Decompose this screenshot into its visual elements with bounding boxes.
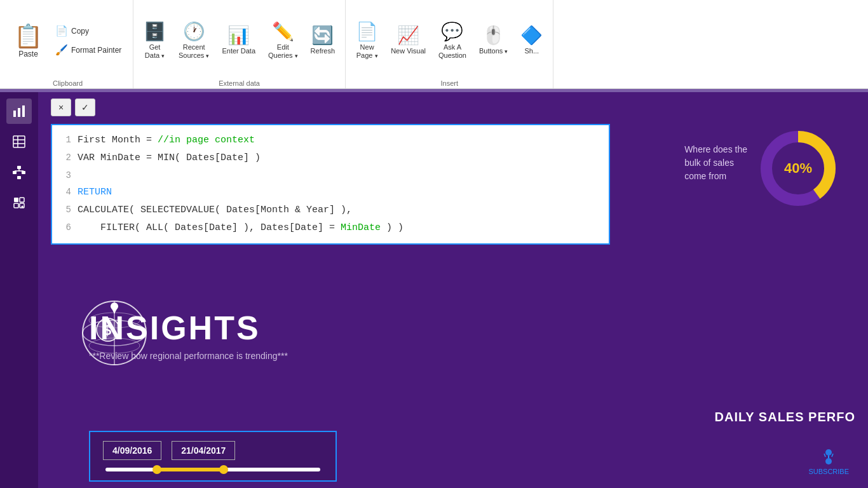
- get-data-icon: 🗄️: [144, 21, 166, 42]
- editor-toolbar: × ✓: [51, 98, 95, 116]
- svg-rect-10: [17, 176, 21, 179]
- date-label-row: 4/09/2016 21/04/2017: [103, 441, 323, 460]
- slider-track[interactable]: [105, 468, 320, 471]
- new-page-icon: 📄: [356, 21, 378, 42]
- format-painter-label: Format Painter: [71, 46, 121, 55]
- clipboard-section: 📋 Paste 📄 Copy 🖌️ Format Painter Clipboa…: [3, 0, 133, 88]
- insert-label: Insert: [440, 77, 458, 87]
- subscribe-button[interactable]: SUBSCRIBE: [808, 447, 849, 475]
- refresh-button[interactable]: 🔄 Refresh: [306, 15, 341, 66]
- code-line-3: 3: [52, 167, 609, 184]
- format-painter-icon: 🖌️: [55, 44, 68, 56]
- paste-icon: 📋: [14, 23, 43, 50]
- subscribe-label: SUBSCRIBE: [808, 468, 849, 475]
- code-line-4: 4 RETURN: [52, 184, 609, 201]
- recent-sources-button[interactable]: 🕐 RecentSources ▾: [173, 15, 214, 66]
- insights-section: INSIGHTS ***Review how regional performa…: [89, 309, 288, 361]
- copy-label: Copy: [71, 27, 89, 36]
- code-line-6: 6 FILTER( ALL( Dates[Date] ), Dates[Date…: [52, 219, 609, 237]
- ribbon: 📋 Paste 📄 Copy 🖌️ Format Painter Clipboa…: [0, 0, 868, 89]
- new-visual-label: New Visual: [391, 47, 426, 55]
- enter-data-icon: 📊: [227, 25, 250, 46]
- new-visual-icon: 📈: [397, 25, 419, 46]
- svg-line-33: [832, 454, 833, 457]
- edit-queries-icon: ✏️: [272, 21, 294, 42]
- get-data-button[interactable]: 🗄️ GetData ▾: [139, 15, 171, 66]
- svg-rect-3: [13, 136, 25, 147]
- editor-confirm-button[interactable]: ✓: [75, 98, 95, 116]
- external-data-label: External data: [219, 77, 260, 87]
- code-line-2: 2 VAR MinDate = MIN( Dates[Date] ): [52, 149, 609, 167]
- donut-percent-label: 40%: [784, 160, 812, 177]
- code-editor[interactable]: 1 First Month = //in page context 2 VAR …: [51, 124, 610, 245]
- subscribe-icon: [819, 447, 838, 466]
- code-line-1: 1 First Month = //in page context: [52, 132, 609, 149]
- recent-sources-icon: 🕐: [183, 21, 205, 42]
- refresh-icon: 🔄: [311, 25, 334, 46]
- editor-close-button[interactable]: ×: [51, 98, 71, 116]
- donut-chart: 40%: [760, 130, 836, 207]
- shapes-button[interactable]: 🔷 Sh...: [515, 15, 548, 66]
- sidebar-item-barchart[interactable]: [6, 98, 32, 124]
- insights-subtitle: ***Review how regional performance is tr…: [89, 351, 288, 361]
- insights-title: INSIGHTS: [89, 309, 288, 347]
- slider-fill: [159, 468, 224, 471]
- format-painter-button[interactable]: 🖌️ Format Painter: [51, 41, 128, 59]
- copy-icon: 📄: [55, 25, 68, 37]
- svg-rect-15: [14, 203, 18, 208]
- paste-label: Paste: [18, 50, 38, 58]
- sidebar-item-table[interactable]: [6, 129, 32, 154]
- ask-question-button[interactable]: 💬 Ask AQuestion: [433, 15, 471, 66]
- code-line-5: 5 CALCULATE( SELECTEDVALUE( Dates[Month …: [52, 201, 609, 219]
- paste-button[interactable]: 📋 Paste: [8, 15, 49, 66]
- insert-section: 📄 NewPage ▾ 📈 New Visual 💬 Ask AQuestion…: [346, 0, 553, 88]
- svg-rect-14: [20, 198, 24, 202]
- buttons-button[interactable]: 🖱️ Buttons ▾: [474, 15, 513, 66]
- date-slider[interactable]: 4/09/2016 21/04/2017: [89, 431, 337, 482]
- date-end-badge: 21/04/2017: [172, 441, 235, 460]
- content-area: × ✓ 1 First Month = //in page context 2 …: [38, 92, 868, 488]
- copy-button[interactable]: 📄 Copy: [51, 22, 128, 40]
- external-data-section: 🗄️ GetData ▾ 🕐 RecentSources ▾ 📊 Enter D…: [133, 0, 346, 88]
- enter-data-button[interactable]: 📊 Enter Data: [217, 15, 261, 66]
- edit-queries-button[interactable]: ✏️ EditQueries ▾: [263, 15, 303, 66]
- bulk-text: Where does the bulk of sales come from: [684, 143, 747, 183]
- svg-line-32: [824, 454, 825, 457]
- refresh-label: Refresh: [311, 47, 336, 55]
- shapes-icon: 🔷: [520, 25, 543, 46]
- bulk-text-line1: Where does the: [684, 143, 747, 156]
- new-visual-button[interactable]: 📈 New Visual: [386, 15, 431, 66]
- ask-question-icon: 💬: [441, 21, 463, 42]
- bulk-text-line2: bulk of sales: [684, 156, 747, 170]
- svg-rect-0: [13, 111, 16, 117]
- svg-point-29: [825, 449, 832, 456]
- daily-sales-text: DAILY SALES PERFO: [715, 410, 856, 424]
- svg-rect-13: [14, 198, 18, 202]
- svg-rect-2: [22, 105, 25, 117]
- slider-thumb-right[interactable]: [219, 465, 228, 474]
- buttons-icon: 🖱️: [482, 25, 505, 46]
- new-page-button[interactable]: 📄 NewPage ▾: [351, 15, 383, 66]
- clipboard-label: Clipboard: [53, 77, 83, 87]
- svg-text:✦: ✦: [20, 205, 24, 209]
- sidebar: ✦: [0, 92, 38, 488]
- sidebar-item-hierarchy[interactable]: [6, 159, 32, 185]
- svg-point-30: [825, 458, 832, 464]
- svg-rect-7: [17, 166, 21, 169]
- enter-data-label: Enter Data: [222, 47, 255, 55]
- sidebar-item-ai[interactable]: ✦: [6, 190, 32, 215]
- svg-rect-1: [18, 108, 20, 117]
- main-area: ✦ × ✓ 1 First Month = //in page context …: [0, 92, 868, 488]
- date-start-badge: 4/09/2016: [103, 441, 161, 460]
- bulk-text-line3: come from: [684, 170, 747, 183]
- slider-thumb-left[interactable]: [153, 465, 161, 474]
